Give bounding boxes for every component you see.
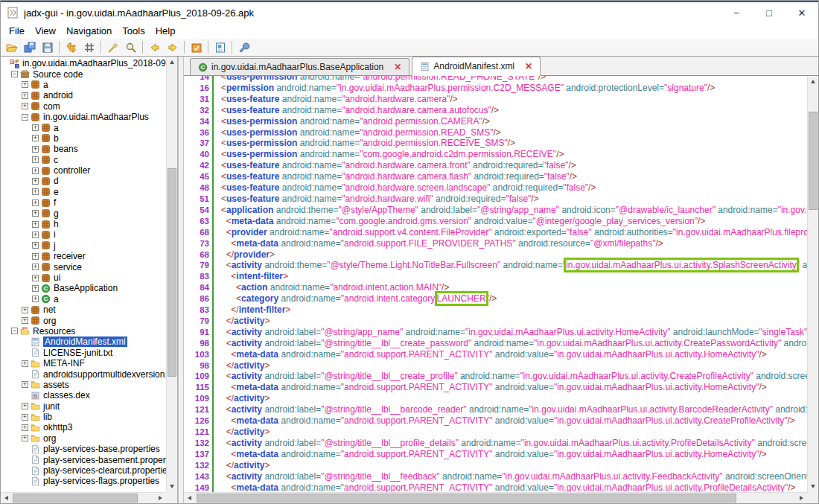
expand-toggle[interactable]: + bbox=[32, 188, 39, 195]
expand-toggle[interactable]: − bbox=[11, 71, 18, 77]
menu-navigation[interactable]: Navigation bbox=[61, 24, 117, 38]
expand-toggle[interactable]: + bbox=[32, 156, 39, 163]
tree-item-resources[interactable]: −010Resources bbox=[1, 326, 166, 336]
expand-toggle[interactable]: + bbox=[22, 81, 28, 88]
expand-toggle[interactable]: + bbox=[32, 264, 39, 270]
close-button[interactable]: ✕ bbox=[785, 2, 818, 23]
expand-toggle[interactable]: + bbox=[32, 200, 39, 206]
tree-item-a[interactable]: +a bbox=[1, 122, 166, 133]
tree-item-okhttp3[interactable]: +okhttp3 bbox=[1, 422, 166, 433]
scroll-right-icon[interactable] bbox=[796, 492, 807, 503]
tree-item-androidmanifest-xml[interactable]: AndroidManifest.xml bbox=[1, 336, 166, 347]
expand-toggle[interactable]: + bbox=[32, 232, 39, 238]
tree-item-f[interactable]: +f bbox=[1, 197, 166, 208]
tree-vertical-scrollbar[interactable] bbox=[166, 57, 177, 492]
editor-hscroll-thumb[interactable] bbox=[197, 494, 736, 503]
tree-item-controller[interactable]: +controller bbox=[1, 165, 166, 176]
save-button[interactable] bbox=[39, 39, 57, 55]
expand-toggle[interactable]: + bbox=[22, 435, 28, 441]
tree-item-service[interactable]: +service bbox=[1, 261, 166, 272]
tree-item-license-junit-txt[interactable]: LICENSE-junit.txt bbox=[1, 348, 166, 358]
code-editor[interactable]: 14<uses-permission android:name="android… bbox=[184, 76, 818, 503]
expand-toggle[interactable]: + bbox=[32, 146, 39, 153]
tree-item-source-code[interactable]: −Source code bbox=[1, 68, 166, 79]
tree-item-in-gov-uidai-maadhaarplus-2018-09-26-apk[interactable]: in.gov.uidai.mAadhaarPlus_2018-09-26.apk bbox=[1, 58, 166, 68]
tree-item-lib[interactable]: +lib bbox=[1, 412, 166, 422]
expand-toggle[interactable]: + bbox=[22, 403, 28, 409]
expand-toggle[interactable]: + bbox=[32, 275, 39, 281]
tree-item-beans[interactable]: +beans bbox=[1, 144, 166, 154]
maximize-button[interactable]: □ bbox=[753, 2, 785, 23]
tree-item-d[interactable]: +d bbox=[1, 176, 166, 186]
open-file-button[interactable] bbox=[3, 39, 21, 55]
expand-toggle[interactable]: + bbox=[32, 168, 39, 174]
expand-toggle[interactable]: + bbox=[32, 253, 39, 260]
menu-file[interactable]: File bbox=[4, 24, 30, 38]
expand-toggle[interactable]: + bbox=[32, 210, 39, 217]
text-search-button[interactable] bbox=[122, 39, 140, 55]
tree-item-i[interactable]: +i bbox=[1, 229, 166, 240]
tree-item-ui[interactable]: +ui bbox=[1, 272, 166, 283]
scroll-down-icon[interactable] bbox=[807, 481, 818, 492]
tree-item-org[interactable]: +org bbox=[1, 315, 166, 325]
expand-toggle[interactable]: + bbox=[32, 178, 39, 185]
tree-item-e[interactable]: +e bbox=[1, 187, 166, 197]
tree-item-g[interactable]: +g bbox=[1, 208, 166, 218]
tree-item-play-services-flags-properties[interactable]: play-services-flags.properties bbox=[1, 476, 166, 486]
expand-toggle[interactable]: + bbox=[32, 242, 39, 249]
tree-item-classes-dex[interactable]: DXclasses.dex bbox=[1, 390, 166, 401]
tree-item-androidsupportmultidexversion-txt[interactable]: androidsupportmultidexversion.txt bbox=[1, 369, 166, 379]
tree-item-a[interactable]: +a bbox=[1, 80, 166, 90]
tree-item-com[interactable]: +com bbox=[1, 101, 166, 112]
reload-files-button[interactable] bbox=[63, 39, 80, 55]
scroll-left-icon[interactable] bbox=[1, 492, 12, 503]
tree-item-a[interactable]: +Ca bbox=[1, 294, 166, 304]
expand-toggle[interactable]: − bbox=[22, 114, 28, 121]
panel-splitter[interactable] bbox=[178, 57, 184, 503]
tab-androidmanifest-xml[interactable]: AndroidManifest.xml✕ bbox=[412, 57, 541, 76]
tree-item-org[interactable]: +org bbox=[1, 433, 166, 444]
tree-item-baseapplication[interactable]: +CBaseApplication bbox=[1, 283, 166, 293]
log-viewer-button[interactable] bbox=[211, 39, 229, 55]
tab-close-icon[interactable]: ✕ bbox=[394, 62, 401, 72]
tree-item-in-gov-uidai-maadhaarplus[interactable]: −in.gov.uidai.mAadhaarPlus bbox=[1, 112, 166, 122]
menu-tools[interactable]: Tools bbox=[117, 24, 150, 38]
tree-item-play-services-clearcut-properties[interactable]: play-services-clearcut.properties bbox=[1, 465, 166, 476]
tree-item-c[interactable]: +c bbox=[1, 155, 166, 165]
expand-toggle[interactable]: + bbox=[22, 92, 28, 99]
scroll-down-icon[interactable] bbox=[166, 481, 177, 492]
nav-forward-button[interactable] bbox=[164, 39, 182, 55]
tree-item-receiver[interactable]: +receiver bbox=[1, 251, 166, 261]
editor-vertical-scrollbar[interactable] bbox=[807, 76, 818, 492]
expand-toggle[interactable]: + bbox=[22, 103, 28, 109]
tab-in-gov-uidai-maadhaarplus-baseapplication[interactable]: Cin.gov.uidai.mAadhaarPlus.BaseApplicati… bbox=[190, 58, 410, 76]
tree-item-j[interactable]: +j bbox=[1, 240, 166, 251]
menu-help[interactable]: Help bbox=[150, 24, 181, 38]
scroll-right-icon[interactable] bbox=[155, 492, 166, 503]
menu-view[interactable]: View bbox=[30, 24, 61, 38]
expand-toggle[interactable]: + bbox=[22, 424, 28, 431]
title-bar[interactable]: jadx-gui - in.gov.uidai.mAadhaarPlus_201… bbox=[1, 2, 818, 23]
scroll-up-icon[interactable] bbox=[807, 76, 818, 87]
scroll-left-icon[interactable] bbox=[184, 492, 195, 503]
flatten-packages-button[interactable] bbox=[80, 39, 98, 55]
tree-item-b[interactable]: +b bbox=[1, 133, 166, 144]
minimize-button[interactable]: − bbox=[720, 2, 753, 23]
tree-item-play-services-base-properties[interactable]: play-services-base.properties bbox=[1, 444, 166, 454]
expand-toggle[interactable]: + bbox=[32, 221, 39, 228]
expand-toggle[interactable]: + bbox=[22, 317, 28, 324]
expand-toggle[interactable]: − bbox=[11, 328, 18, 334]
scroll-up-icon[interactable] bbox=[166, 57, 177, 68]
preferences-button[interactable] bbox=[188, 39, 205, 55]
expand-toggle[interactable]: + bbox=[22, 307, 28, 313]
project-tree[interactable]: in.gov.uidai.mAadhaarPlus_2018-09-26.apk… bbox=[1, 57, 166, 492]
tree-item-junit[interactable]: +junit bbox=[1, 401, 166, 412]
expand-toggle[interactable]: + bbox=[22, 414, 28, 421]
tree-horizontal-scrollbar[interactable] bbox=[1, 492, 166, 503]
expand-toggle[interactable]: + bbox=[32, 285, 39, 292]
expand-toggle[interactable]: + bbox=[32, 135, 39, 141]
tree-item-android[interactable]: +android bbox=[1, 90, 166, 101]
settings-button[interactable] bbox=[235, 39, 253, 55]
tree-item-play-services-basement-properties[interactable]: play-services-basement.properties bbox=[1, 454, 166, 465]
deobfuscation-button[interactable] bbox=[104, 39, 122, 55]
